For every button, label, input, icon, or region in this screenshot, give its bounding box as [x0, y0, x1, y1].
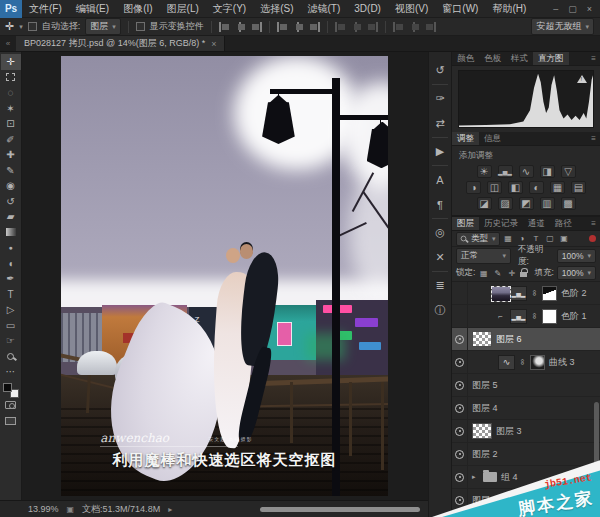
photo-filter-icon[interactable]: ◐: [529, 181, 544, 194]
layer-name[interactable]: 图层 2: [472, 448, 498, 461]
maximize-button[interactable]: ▢: [568, 4, 577, 14]
menu-select[interactable]: 选择(S): [253, 0, 300, 18]
visibility-toggle[interactable]: [452, 489, 468, 511]
channel-mixer-icon[interactable]: ▦: [550, 181, 565, 194]
levels-adjustment-icon[interactable]: ▂▅▂: [510, 309, 527, 324]
tab-histogram[interactable]: 直方图: [533, 52, 569, 65]
move-tool[interactable]: ✛: [1, 54, 21, 70]
history-brush-tool[interactable]: ↺: [1, 194, 21, 210]
shape-tool[interactable]: ▭: [1, 318, 21, 334]
workspace-dropdown[interactable]: 安超无敌组 ▾: [531, 18, 594, 35]
tab-close-icon[interactable]: ×: [211, 39, 216, 49]
visibility-toggle[interactable]: [452, 305, 468, 327]
lock-image-icon[interactable]: ✎: [492, 269, 503, 278]
history-panel-icon[interactable]: ↺: [429, 58, 451, 83]
brightness-contrast-icon[interactable]: ☀: [477, 165, 492, 178]
levels-adjustment-icon[interactable]: ▂▅▂: [510, 286, 527, 301]
vibrance-icon[interactable]: ▽: [561, 165, 576, 178]
character-panel-icon[interactable]: A: [429, 167, 451, 192]
lock-position-icon[interactable]: ✛: [506, 269, 517, 278]
menu-edit[interactable]: 编辑(E): [69, 0, 116, 18]
path-selection-tool[interactable]: ▷: [1, 302, 21, 318]
screen-mode-button[interactable]: [1, 413, 21, 429]
filter-type-dropdown[interactable]: 类型 ▾: [456, 232, 500, 246]
visibility-toggle[interactable]: [452, 443, 468, 465]
document-image[interactable]: ZA: [61, 56, 388, 496]
layer-row[interactable]: 图层 1: [452, 489, 600, 512]
hue-saturation-icon[interactable]: ◑: [466, 181, 481, 194]
opacity-dropdown[interactable]: 100% ▾: [557, 249, 596, 263]
menu-filter[interactable]: 滤镜(T): [301, 0, 348, 18]
color-lookup-icon[interactable]: ▤: [571, 181, 586, 194]
blend-mode-dropdown[interactable]: 正常 ▾: [456, 248, 511, 264]
menu-image[interactable]: 图像(I): [116, 0, 159, 18]
actions-panel-icon[interactable]: ▶: [429, 139, 451, 164]
selective-color-icon[interactable]: ▩: [561, 197, 576, 210]
healing-brush-tool[interactable]: ✚: [1, 147, 21, 163]
close-panel-icon[interactable]: ✕: [429, 245, 451, 270]
visibility-toggle[interactable]: [452, 397, 468, 419]
zoom-level[interactable]: 13.99%: [28, 504, 59, 514]
layer-thumbnail[interactable]: [491, 286, 511, 302]
exposure-icon[interactable]: ◨: [540, 165, 555, 178]
visibility-toggle[interactable]: [452, 351, 468, 373]
panel-menu-icon[interactable]: ≡: [591, 132, 600, 145]
align-bottom-edges-icon[interactable]: [251, 22, 262, 32]
panel-menu-icon[interactable]: ≡: [591, 52, 600, 65]
foreground-color-swatch[interactable]: [3, 383, 12, 392]
quick-mask-button[interactable]: [1, 398, 21, 414]
curves-icon[interactable]: ∿: [519, 165, 534, 178]
distribute-left-icon[interactable]: [393, 22, 404, 32]
type-tool[interactable]: T: [1, 287, 21, 303]
auto-select-dropdown[interactable]: 图层 ▾: [85, 18, 121, 35]
align-horizontal-centers-icon[interactable]: [293, 22, 304, 32]
info-panel-icon[interactable]: ⓘ: [429, 298, 451, 323]
tab-styles[interactable]: 样式: [506, 52, 533, 65]
menu-file[interactable]: 文件(F): [22, 0, 69, 18]
horizontal-scrollbar[interactable]: [260, 507, 420, 512]
layer-mask-thumbnail[interactable]: [542, 286, 557, 301]
filter-type-layers-icon[interactable]: T: [531, 234, 542, 243]
layer-row-levels-2[interactable]: ⌐ ▂▅▂ ∞ 色阶 2: [452, 282, 600, 305]
filter-pixel-layers-icon[interactable]: ▦: [503, 234, 514, 243]
layer-row-background[interactable]: [452, 512, 600, 517]
invert-icon[interactable]: ◪: [477, 197, 492, 210]
layer-name[interactable]: 图层 5: [472, 379, 498, 392]
layer-name[interactable]: 图层 1: [472, 494, 498, 507]
cached-data-warning-icon[interactable]: [577, 75, 587, 83]
layer-thumbnail[interactable]: [472, 423, 492, 439]
layer-mask-thumbnail[interactable]: [530, 355, 545, 370]
layer-row-levels-1[interactable]: ⌐ ▂▅▂ ∞ 色阶 1: [452, 305, 600, 328]
layer-name[interactable]: 色阶 2: [561, 287, 587, 300]
layer-name[interactable]: 组 4: [501, 471, 518, 484]
magic-wand-tool[interactable]: ✶: [1, 101, 21, 117]
filter-adjustment-layers-icon[interactable]: ◑: [517, 234, 528, 243]
layer-row-curves-3[interactable]: ∿ ∞ 曲线 3: [452, 351, 600, 374]
layer-mask-thumbnail[interactable]: [542, 309, 557, 324]
layer-row[interactable]: 图层 5: [452, 374, 600, 397]
tab-channels[interactable]: 通道: [523, 217, 550, 230]
gradient-tool[interactable]: [1, 225, 21, 241]
menu-layer[interactable]: 图层(L): [160, 0, 206, 18]
zoom-tool[interactable]: [1, 349, 21, 365]
color-balance-icon[interactable]: ◫: [487, 181, 502, 194]
visibility-toggle[interactable]: [452, 282, 468, 304]
lock-transparent-icon[interactable]: ▦: [478, 269, 489, 278]
close-button[interactable]: ×: [587, 4, 592, 14]
tab-info[interactable]: 信息: [479, 132, 506, 145]
folder-icon[interactable]: [483, 472, 497, 482]
align-left-edges-icon[interactable]: [277, 22, 288, 32]
tab-adjustments[interactable]: 调整: [452, 132, 479, 145]
crop-tool[interactable]: ⊡: [1, 116, 21, 132]
minimize-button[interactable]: –: [553, 4, 558, 14]
tab-swatches[interactable]: 色板: [479, 52, 506, 65]
tab-history[interactable]: 历史记录: [479, 217, 523, 230]
eraser-tool[interactable]: ▰: [1, 209, 21, 225]
masks-panel-icon[interactable]: ◎: [429, 220, 451, 245]
status-flyout-icon[interactable]: ▸: [168, 505, 172, 514]
pen-tool[interactable]: ✒: [1, 271, 21, 287]
auto-select-checkbox[interactable]: [28, 22, 37, 31]
gradient-map-icon[interactable]: ▥: [540, 197, 555, 210]
menu-help[interactable]: 帮助(H): [485, 0, 533, 18]
tab-color[interactable]: 颜色: [452, 52, 479, 65]
